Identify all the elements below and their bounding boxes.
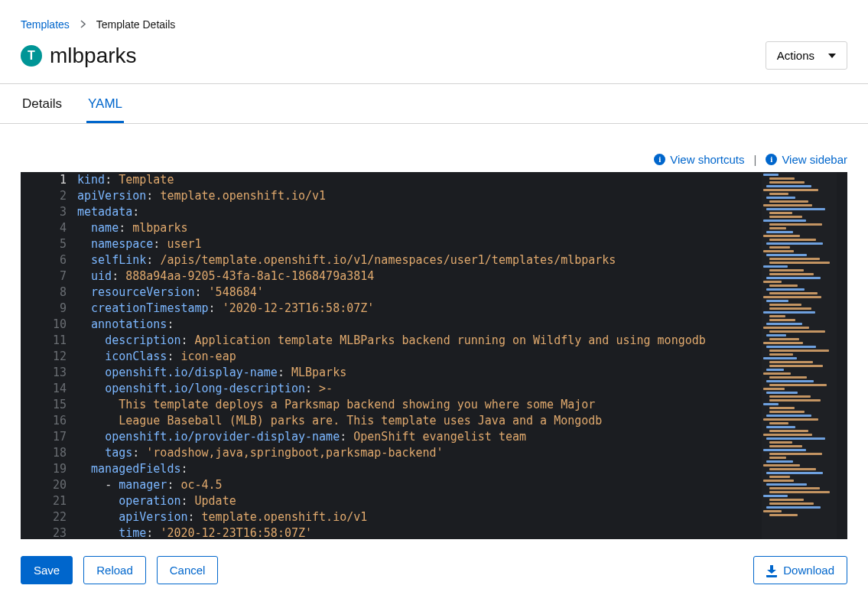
- reload-button[interactable]: Reload: [83, 556, 146, 584]
- page-header: T mlbparks Actions: [0, 37, 868, 83]
- breadcrumb: Templates Template Details: [0, 0, 868, 37]
- footer: Save Reload Cancel Download: [0, 539, 868, 601]
- breadcrumb-current: Template Details: [96, 18, 176, 31]
- breadcrumb-root-link[interactable]: Templates: [21, 18, 70, 31]
- view-sidebar-link[interactable]: View sidebar: [766, 153, 847, 166]
- code-area[interactable]: kind: TemplateapiVersion: template.opens…: [77, 172, 847, 539]
- yaml-editor[interactable]: 1234567891011121314151617181920212223 ki…: [21, 172, 847, 539]
- tab-yaml[interactable]: YAML: [86, 84, 124, 123]
- page-title: mlbparks: [50, 44, 137, 68]
- tabs: Details YAML: [0, 84, 868, 124]
- minimap[interactable]: [762, 172, 837, 539]
- info-icon: [654, 154, 665, 165]
- resource-badge: T: [21, 45, 42, 67]
- chevron-right-icon: [80, 20, 86, 30]
- tab-details[interactable]: Details: [21, 84, 63, 123]
- cancel-button[interactable]: Cancel: [157, 556, 219, 584]
- link-separator: |: [753, 153, 756, 166]
- save-button[interactable]: Save: [21, 556, 73, 584]
- editor-toolbar: View shortcuts | View sidebar: [0, 124, 868, 172]
- download-icon: [766, 565, 777, 576]
- actions-label: Actions: [777, 49, 814, 62]
- caret-down-icon: [828, 54, 836, 58]
- scrollbar[interactable]: [837, 172, 847, 539]
- download-button[interactable]: Download: [753, 556, 847, 584]
- line-number-gutter: 1234567891011121314151617181920212223: [21, 172, 77, 539]
- view-shortcuts-link[interactable]: View shortcuts: [654, 153, 744, 166]
- actions-dropdown[interactable]: Actions: [766, 41, 847, 70]
- info-icon: [766, 154, 777, 165]
